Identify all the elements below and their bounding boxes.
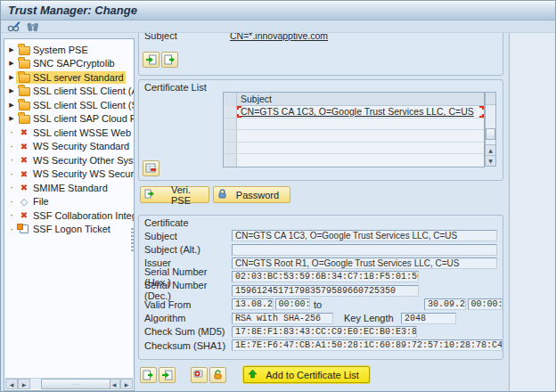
- error-x-icon: [18, 127, 30, 138]
- selection-mark-icon: [237, 114, 241, 118]
- subject-column-header[interactable]: Subject: [237, 93, 484, 106]
- certificate-title: Certificate: [139, 216, 503, 228]
- expand-arrow-icon[interactable]: ▶: [7, 60, 16, 67]
- expand-arrow-icon[interactable]: ▶: [7, 87, 16, 94]
- row-selector[interactable]: [224, 106, 237, 118]
- scroll-right-icon[interactable]: ▶: [120, 379, 133, 389]
- row-selector-header[interactable]: [224, 93, 237, 106]
- serial-dec-row: Serial Number (Dec.) 1596124517179835795…: [144, 284, 503, 298]
- tree-item-ssl-client-sap-cloud[interactable]: ▶ SSL client SAP Cloud Platform: [4, 112, 134, 127]
- selection-mark-icon: [237, 106, 241, 110]
- valid-from-date-field[interactable]: 13.08.2020: [232, 298, 274, 310]
- tree-item-ssl-client-standard[interactable]: ▶ SSL client SSL Client (Standa: [4, 98, 134, 112]
- pse-tree: ▶ System PSE ▶ SNC SAPCryptolib ▶ SSL se…: [4, 39, 134, 236]
- pse-tree-panel: ▶ System PSE ▶ SNC SAPCryptolib ▶ SSL se…: [4, 38, 135, 391]
- row-selector[interactable]: [224, 143, 237, 154]
- tree-item-ssf-logon-ticket[interactable]: · SSF Logon Ticket: [4, 223, 134, 237]
- leaf-bullet: ·: [7, 127, 16, 137]
- key-length-field[interactable]: 2048: [401, 313, 456, 324]
- tree-item-file[interactable]: · File: [4, 195, 134, 209]
- tree-item-ssl-client-wsse[interactable]: · SSL client WSSE Web Servic: [4, 126, 134, 140]
- add-to-certificate-list-button[interactable]: Add to Certificate List: [243, 366, 370, 383]
- password-button[interactable]: Password: [213, 186, 290, 203]
- sha1-checksum-field[interactable]: 1E:7E:F6:47:CB:A1:50:28:1C:60:89:72:57:1…: [232, 339, 503, 351]
- import-certificate-button[interactable]: [140, 367, 157, 383]
- window-titlebar: Trust Manager: Change: [1, 1, 555, 20]
- expand-arrow-icon[interactable]: ▶: [7, 46, 16, 53]
- certificate-row-selected[interactable]: CN=GTS CA 1C3, O=Google Trust Services L…: [224, 106, 484, 118]
- pse-subject-value[interactable]: CN=*.innovapptive.com: [230, 33, 328, 41]
- tree-item-ws-security-standard[interactable]: · WS Security Standard: [4, 140, 134, 154]
- tree-item-ssf-collaboration[interactable]: · SSF Collaboration Integration: [4, 208, 134, 223]
- main-panel: Subject CN=*.innovapptive.com Certificat…: [136, 33, 508, 392]
- expand-arrow-icon[interactable]: ▶: [7, 102, 16, 109]
- scroll-right-icon[interactable]: ▶: [18, 379, 30, 389]
- expand-arrow-icon[interactable]: ▶: [7, 74, 16, 81]
- md5-checksum-field[interactable]: 17:8E:F1:83:43:CC:C9:E0:EC:B0:E3:8D:9D:E…: [232, 326, 417, 338]
- verify-pse-button[interactable]: Veri. PSE: [140, 186, 209, 203]
- valid-to-time-field[interactable]: 00:00:42: [468, 298, 503, 310]
- tree-horizontal-scrollbar[interactable]: ◀ ▶ ··· ◀ ▶: [5, 378, 133, 389]
- unlock-icon-button[interactable]: [209, 367, 226, 383]
- tree-item-ws-security-other[interactable]: · WS Security Other System E: [4, 153, 134, 167]
- folder-icon: [19, 74, 30, 83]
- find-icon[interactable]: [26, 21, 40, 32]
- pse-actions-row: Veri. PSE Password: [140, 186, 290, 203]
- export-certificate-button[interactable]: [159, 367, 176, 383]
- tree-item-ssl-client-anonymous[interactable]: ▶ SSL client SSL Client (Anonym: [4, 85, 134, 99]
- subject-field[interactable]: CN=GTS CA 1C3, O=Google Trust Services L…: [232, 230, 497, 241]
- certificate-subject-cell[interactable]: CN=GTS CA 1C3, O=Google Trust Services L…: [241, 106, 474, 117]
- pse-subject-row: Subject CN=*.innovapptive.com: [144, 33, 328, 43]
- certificate-row-empty[interactable]: [224, 118, 484, 131]
- scroll-up-icon[interactable]: ▲: [486, 144, 495, 155]
- folder-icon: [19, 102, 30, 110]
- scroll-left-icon[interactable]: ◀: [5, 379, 18, 389]
- display-change-icon[interactable]: [6, 21, 20, 32]
- content-area: ▶ System PSE ▶ SNC SAPCryptolib ▶ SSL se…: [1, 33, 556, 392]
- selected-tree-item[interactable]: SSL server Standard: [16, 71, 126, 84]
- scroll-thumb[interactable]: [486, 128, 495, 140]
- verify-icon: [144, 189, 155, 200]
- sha1-row: Checksum (SHA1) 1E:7E:F6:47:CB:A1:50:28:…: [144, 339, 503, 352]
- certificate-row-empty[interactable]: [224, 143, 484, 155]
- scroll-down-icon[interactable]: ▼: [486, 155, 495, 166]
- leaf-bullet: ·: [7, 210, 16, 220]
- pse-subject-label: Subject: [144, 33, 230, 41]
- serial-dec-field[interactable]: 159612451717983579589660725350: [232, 285, 419, 297]
- md5-row: Check Sum (MD5) 17:8E:F1:83:43:CC:C9:E0:…: [144, 325, 503, 339]
- file-icon: [18, 196, 30, 207]
- import-pse-button[interactable]: [161, 52, 178, 68]
- export-pse-button[interactable]: [143, 52, 159, 68]
- expand-arrow-icon[interactable]: ▶: [7, 115, 16, 122]
- serial-hex-field[interactable]: 02:03:BC:53:59:6B:34:C7:18:F5:01:50:66: [232, 271, 419, 282]
- lock-icon: [217, 189, 227, 200]
- scrollbar-corner: [486, 93, 495, 105]
- certificate-list-scrollbar[interactable]: ▲ ▼: [485, 92, 496, 167]
- tree-item-snc-sapcryptolib[interactable]: ▶ SNC SAPCryptolib: [4, 57, 134, 71]
- tree-item-ssl-server-standard[interactable]: ▶ SSL server Standard: [4, 70, 134, 85]
- table-header-row: Subject: [224, 93, 484, 106]
- row-selector[interactable]: [224, 154, 237, 167]
- valid-to-date-field[interactable]: 30.09.2027: [424, 298, 466, 310]
- scroll-thumb[interactable]: ···: [41, 379, 110, 389]
- certificate-row-empty[interactable]: [224, 154, 484, 167]
- trust-manager-window: Trust Manager: Change ▶ Sys: [0, 0, 556, 392]
- row-selector[interactable]: [224, 118, 237, 130]
- subject-alt-field[interactable]: [232, 244, 497, 256]
- remove-certificate-button[interactable]: [143, 160, 159, 176]
- row-selector[interactable]: [224, 130, 237, 142]
- tree-item-system-pse[interactable]: ▶ System PSE: [4, 43, 134, 57]
- algorithm-field[interactable]: RSA with SHA-256: [232, 313, 333, 324]
- valid-from-time-field[interactable]: 00:00:42: [275, 298, 310, 310]
- selection-mark-icon: [479, 106, 484, 110]
- folder-icon: [19, 46, 30, 55]
- page-title: Trust Manager: Change: [8, 4, 137, 17]
- certificate-row-empty[interactable]: [224, 130, 484, 143]
- issuer-field[interactable]: CN=GTS Root R1, O=Google Trust Services …: [232, 257, 497, 269]
- leaf-bullet: ·: [7, 197, 16, 207]
- pse-icon-buttons: [143, 52, 178, 68]
- tree-item-smime-standard[interactable]: · SMIME Standard: [4, 181, 134, 195]
- tree-item-ws-security-keys[interactable]: · WS Security WS Security Ke: [4, 167, 134, 182]
- display-certificate-button[interactable]: [191, 367, 208, 383]
- scroll-track[interactable]: ···: [30, 379, 108, 389]
